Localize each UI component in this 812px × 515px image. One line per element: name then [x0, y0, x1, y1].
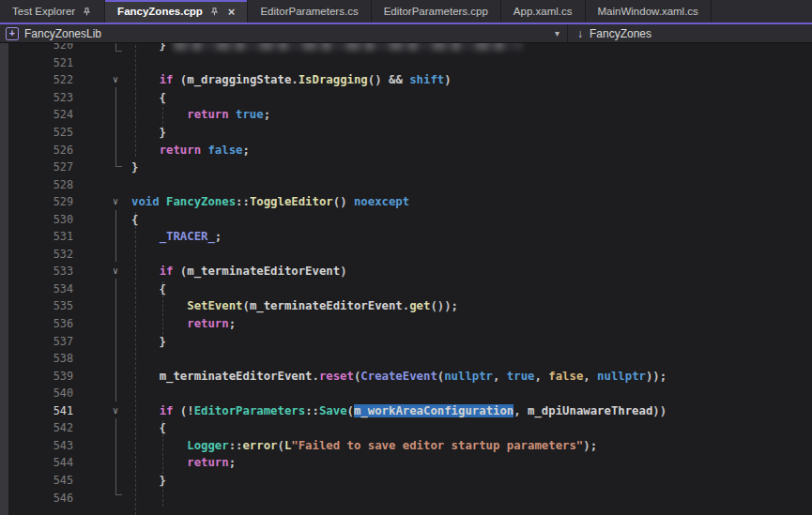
code-line[interactable]: 544 return;	[0, 454, 812, 472]
line-number[interactable]: 539	[13, 368, 73, 386]
tab-label: FancyZones.cpp	[117, 6, 203, 17]
line-number[interactable]: 520	[13, 43, 73, 54]
line-number[interactable]: 526	[13, 142, 73, 159]
code-line[interactable]: 545 }	[0, 472, 812, 490]
close-icon[interactable]: ×	[228, 6, 236, 18]
navigation-bar: + FancyZonesLib ▾ ↓ FancyZones	[0, 24, 812, 43]
line-number[interactable]: 538	[13, 350, 73, 368]
fold-collapse-icon[interactable]: ∨	[105, 71, 126, 89]
code-line[interactable]: 530{	[0, 211, 812, 229]
code-text: {	[131, 89, 166, 107]
code-line[interactable]: 541∨ if (!EditorParameters::Save(m_workA…	[0, 402, 812, 420]
line-number[interactable]: 535	[13, 297, 73, 315]
line-number[interactable]: 530	[13, 211, 73, 229]
code-text: return;	[131, 315, 236, 333]
code-line[interactable]: 522∨ if (m_draggingState.IsDragging() &&…	[0, 71, 812, 89]
line-number[interactable]: 528	[13, 176, 73, 194]
code-line[interactable]: 542 {	[0, 419, 812, 437]
line-number[interactable]: 532	[13, 246, 73, 264]
code-text: }	[131, 124, 166, 142]
line-number[interactable]: 537	[13, 333, 73, 351]
code-line[interactable]: 538	[0, 350, 812, 368]
line-number[interactable]: 525	[13, 124, 73, 142]
code-line[interactable]: 534 {	[0, 280, 812, 298]
vs-editor-window: Test ExplorerFancyZones.cpp×EditorParame…	[0, 0, 812, 515]
tab-mainwindow-xaml-cs[interactable]: MainWindow.xaml.cs	[586, 0, 712, 23]
line-number[interactable]: 534	[13, 280, 73, 298]
tab-label: Test Explorer	[12, 6, 75, 17]
line-number[interactable]: 524	[13, 106, 73, 124]
code-line[interactable]: 523 {	[0, 89, 812, 107]
line-number[interactable]: 542	[13, 419, 73, 437]
tab-app-xaml-cs[interactable]: App.xaml.cs	[501, 0, 586, 23]
blurred-code-region	[174, 43, 521, 51]
project-combo-label: FancyZonesLib	[24, 27, 555, 40]
code-line[interactable]: 543 Logger::error(L"Failed to save edito…	[0, 437, 812, 455]
tab-label: EditorParameters.cs	[260, 6, 358, 17]
code-text: if (m_draggingState.IsDragging() && shif…	[131, 71, 452, 89]
member-combo-label: FancyZones	[590, 27, 651, 40]
tab-fancyzones-cpp[interactable]: FancyZones.cpp×	[105, 0, 248, 23]
code-text: SetEvent(m_terminateEditorEvent.get());	[131, 297, 458, 315]
code-line[interactable]: 546	[0, 490, 812, 507]
code-text: if (!EditorParameters::Save(m_workAreaCo…	[131, 402, 666, 420]
code-text: void FancyZones::ToggleEditor() noexcept	[131, 193, 409, 211]
code-text: return;	[131, 454, 236, 472]
selected-text: m_workAreaConfiguration	[354, 404, 513, 417]
line-number[interactable]: 523	[13, 89, 73, 107]
line-number[interactable]: 533	[13, 263, 73, 280]
code-line[interactable]: 540	[0, 385, 812, 402]
fold-collapse-icon[interactable]: ∨	[105, 263, 126, 280]
code-line[interactable]: 539 m_terminateEditorEvent.reset(CreateE…	[0, 368, 812, 386]
tab-label: EditorParameters.cpp	[384, 6, 488, 17]
chevron-down-icon[interactable]: ▾	[555, 28, 559, 38]
code-line[interactable]: 537 }	[0, 333, 812, 351]
code-text: }	[131, 333, 166, 351]
line-number[interactable]: 522	[13, 71, 73, 89]
line-number[interactable]: 529	[13, 193, 73, 211]
code-line[interactable]: 535 SetEvent(m_terminateEditorEvent.get(…	[0, 297, 812, 315]
code-text: }	[131, 43, 166, 54]
code-text: _TRACER_;	[131, 228, 222, 246]
code-text: {	[131, 280, 166, 298]
tab-editorparameters-cs[interactable]: EditorParameters.cs	[248, 0, 371, 23]
fold-collapse-icon[interactable]: ∨	[105, 402, 126, 420]
line-number[interactable]: 540	[13, 385, 73, 402]
line-number[interactable]: 536	[13, 315, 73, 333]
code-line[interactable]: 528	[0, 176, 812, 194]
code-text: if (m_terminateEditorEvent)	[131, 263, 347, 280]
line-number[interactable]: 545	[13, 472, 73, 490]
pin-icon[interactable]	[209, 7, 220, 17]
code-line[interactable]: 532	[0, 246, 812, 264]
line-number[interactable]: 527	[13, 159, 73, 176]
pin-icon[interactable]	[82, 7, 92, 17]
line-number[interactable]: 543	[13, 437, 73, 455]
code-text: return true;	[131, 106, 270, 124]
code-line[interactable]: 525 }	[0, 124, 812, 142]
member-combobox[interactable]: ↓ FancyZones	[568, 24, 651, 42]
code-line[interactable]: 526 return false;	[0, 142, 812, 159]
tab-test-explorer[interactable]: Test Explorer	[0, 0, 105, 23]
code-line[interactable]: 531 _TRACER_;	[0, 228, 812, 246]
line-number[interactable]: 521	[13, 54, 73, 72]
code-line[interactable]: 527}	[0, 159, 812, 176]
line-number[interactable]: 531	[13, 228, 73, 246]
code-line[interactable]: 524 return true;	[0, 106, 812, 124]
code-line[interactable]: 520 }	[0, 43, 812, 54]
cpp-project-icon: +	[6, 27, 19, 40]
code-text: m_terminateEditorEvent.reset(CreateEvent…	[131, 368, 666, 386]
project-combobox[interactable]: + FancyZonesLib ▾	[0, 24, 567, 42]
code-text: }	[131, 472, 166, 490]
fold-collapse-icon[interactable]: ∨	[105, 193, 126, 211]
line-number[interactable]: 546	[13, 490, 73, 507]
code-line[interactable]: 536 return;	[0, 315, 812, 333]
line-number[interactable]: 544	[13, 454, 73, 472]
code-line[interactable]: 529∨void FancyZones::ToggleEditor() noex…	[0, 193, 812, 211]
code-line[interactable]: 521	[0, 54, 812, 72]
code-editor[interactable]: 520 }521522∨ if (m_draggingState.IsDragg…	[0, 43, 812, 515]
code-text: }	[131, 159, 138, 176]
line-number[interactable]: 541	[13, 402, 73, 420]
code-line[interactable]: 533∨ if (m_terminateEditorEvent)	[0, 263, 812, 280]
tab-editorparameters-cpp[interactable]: EditorParameters.cpp	[372, 0, 501, 23]
arrow-down-icon: ↓	[577, 27, 583, 40]
